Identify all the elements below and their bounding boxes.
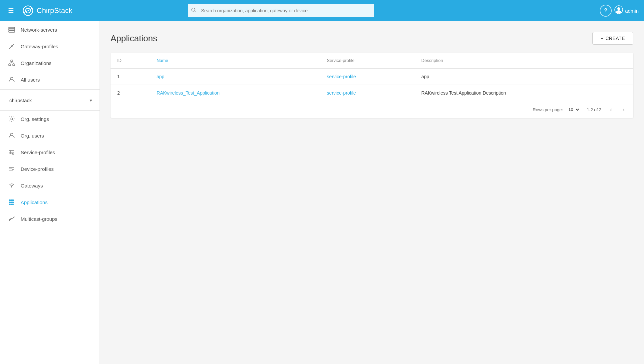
gateways-icon [8, 182, 15, 189]
main-content: Applications + CREATE ID Name Service-pr… [100, 21, 644, 364]
sidebar-label-gateway-profiles: Gateway-profiles [21, 44, 58, 49]
sidebar-divider-1 [0, 89, 100, 90]
prev-page-button[interactable]: ‹ [608, 105, 614, 114]
sidebar-item-org-users[interactable]: Org. users [0, 127, 100, 144]
sidebar-label-service-profiles: Service-profiles [21, 150, 55, 155]
row-1-service-profile: service-profile [320, 69, 415, 85]
sidebar-item-applications[interactable]: Applications [0, 194, 100, 210]
row-1-name: app [150, 69, 320, 85]
sidebar-label-gateways: Gateways [21, 183, 43, 188]
sidebar-item-multicast-groups[interactable]: Multicast-groups [0, 210, 100, 227]
sidebar: Network-servers Gateway-profiles Organiz… [0, 21, 100, 364]
sidebar-item-device-profiles[interactable]: Device-profiles [0, 161, 100, 177]
svg-point-18 [11, 118, 13, 120]
sidebar-label-org-settings: Org. settings [21, 116, 49, 122]
user-menu[interactable]: admin [614, 5, 639, 16]
applications-table-card: ID Name Service-profile Description 1 ap… [111, 53, 633, 118]
help-icon[interactable]: ? [600, 5, 612, 17]
table-header: ID Name Service-profile Description [111, 53, 633, 69]
logo[interactable]: ChirpStack [22, 5, 73, 17]
svg-rect-6 [9, 27, 15, 29]
all-users-icon [8, 76, 15, 83]
svg-rect-31 [9, 199, 11, 201]
svg-point-30 [11, 186, 12, 187]
row-2-name-link[interactable]: RAKwireless_Test_Application [157, 90, 219, 96]
org-select[interactable]: chirpstack [5, 95, 94, 106]
org-select-container: chirpstack ▼ [5, 95, 94, 106]
sidebar-label-applications: Applications [21, 199, 48, 205]
row-2-name: RAKwireless_Test_Application [150, 85, 320, 101]
create-button[interactable]: + CREATE [592, 32, 633, 45]
svg-rect-10 [11, 60, 13, 62]
row-2-service-profile-link[interactable]: service-profile [327, 90, 356, 96]
layout: Network-servers Gateway-profiles Organiz… [0, 21, 644, 364]
organizations-icon [8, 59, 15, 67]
rows-per-page: Rows per page: 10 25 50 [533, 106, 580, 113]
col-header-description: Description [415, 53, 633, 69]
sidebar-label-network-servers: Network-servers [21, 27, 57, 33]
svg-rect-7 [9, 29, 15, 31]
row-1-service-profile-link[interactable]: service-profile [327, 74, 356, 79]
sidebar-item-service-profiles[interactable]: Service-profiles [0, 144, 100, 161]
sidebar-label-org-users: Org. users [21, 133, 44, 139]
sidebar-item-organizations[interactable]: Organizations [0, 55, 100, 71]
create-button-label: CREATE [605, 36, 625, 41]
col-header-name: Name [150, 53, 320, 69]
sidebar-label-all-users: All users [21, 77, 40, 83]
table-row: 1 app service-profile app [111, 69, 633, 85]
sidebar-item-gateways[interactable]: Gateways [0, 177, 100, 194]
svg-rect-33 [13, 199, 14, 201]
org-users-icon [8, 132, 15, 139]
logo-icon [22, 5, 34, 17]
svg-rect-39 [13, 204, 14, 205]
applications-icon [8, 198, 15, 206]
table-row: 2 RAKwireless_Test_Application service-p… [111, 85, 633, 101]
search-icon [191, 8, 196, 14]
page-info: 1-2 of 2 [587, 107, 601, 112]
gateway-profiles-icon [8, 43, 15, 50]
menu-icon[interactable]: ☰ [5, 4, 17, 17]
rows-per-page-label: Rows per page: [533, 107, 563, 112]
svg-rect-37 [9, 204, 11, 205]
col-header-service-profile: Service-profile [320, 53, 415, 69]
table-body: 1 app service-profile app 2 RAKwireless_… [111, 69, 633, 101]
row-1-id: 1 [111, 69, 150, 85]
sidebar-item-org-settings[interactable]: Org. settings [0, 111, 100, 127]
sidebar-label-organizations: Organizations [21, 60, 52, 66]
applications-table: ID Name Service-profile Description 1 ap… [111, 53, 633, 101]
org-settings-icon [8, 115, 15, 123]
sidebar-item-all-users[interactable]: All users [0, 71, 100, 88]
svg-point-5 [617, 7, 620, 10]
service-profiles-icon [8, 149, 15, 156]
col-header-id: ID [111, 53, 150, 69]
next-page-button[interactable]: › [621, 105, 627, 114]
org-select-wrap: chirpstack ▼ [0, 91, 100, 111]
table-header-row: ID Name Service-profile Description [111, 53, 633, 69]
page-header: Applications + CREATE [111, 32, 633, 45]
svg-rect-34 [9, 202, 11, 203]
username: admin [625, 8, 639, 14]
svg-rect-38 [11, 204, 13, 205]
row-2-description: RAKwireless Test Application Description [415, 85, 633, 101]
svg-rect-32 [11, 199, 13, 201]
search-bar [188, 4, 374, 17]
sidebar-item-network-servers[interactable]: Network-servers [0, 21, 100, 38]
sidebar-item-gateway-profiles[interactable]: Gateway-profiles [0, 38, 100, 55]
page-title: Applications [111, 33, 157, 44]
pagination-row: Rows per page: 10 25 50 1-2 of 2 ‹ › [111, 101, 633, 118]
row-2-id: 2 [111, 85, 150, 101]
user-avatar-icon [614, 5, 623, 16]
rows-per-page-select[interactable]: 10 25 50 [566, 106, 580, 113]
svg-rect-35 [11, 202, 13, 203]
search-input[interactable] [188, 4, 374, 17]
row-1-name-link[interactable]: app [157, 74, 164, 79]
device-profiles-icon [8, 165, 15, 173]
header: ☰ ChirpStack ? admin [0, 0, 644, 21]
sidebar-label-device-profiles: Device-profiles [21, 166, 54, 172]
network-servers-icon [8, 26, 15, 33]
svg-rect-12 [13, 64, 15, 66]
multicast-groups-icon [8, 215, 15, 222]
row-2-service-profile: service-profile [320, 85, 415, 101]
svg-point-2 [192, 8, 195, 11]
svg-line-3 [195, 11, 196, 12]
